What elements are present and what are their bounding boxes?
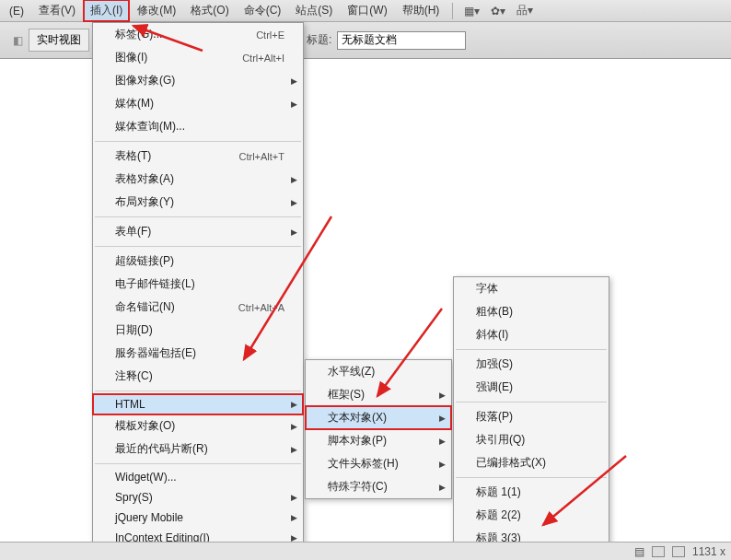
insert-menu-item-13[interactable]: 电子邮件链接(L)	[93, 273, 303, 296]
grid-icon[interactable]: 品▾	[511, 1, 539, 20]
text-submenu-item-5[interactable]: 强调(E)	[454, 376, 609, 399]
status-icon-2[interactable]	[652, 546, 665, 557]
menu-window[interactable]: 窗口(W)	[340, 0, 394, 22]
text-submenu-item-4[interactable]: 加强(S)	[454, 353, 609, 376]
insert-menu-separator	[95, 246, 301, 247]
submenu-arrow-icon: ▶	[291, 422, 297, 431]
html-submenu-item-label: 脚本对象(P)	[328, 433, 387, 449]
text-submenu-item-12[interactable]: 标题 2(2)	[454, 504, 609, 527]
html-submenu-item-2[interactable]: 文本对象(X)▶	[306, 406, 451, 429]
menu-view[interactable]: 查看(V)	[31, 0, 83, 22]
insert-menu-item-21[interactable]: 最近的代码片断(R)▶	[93, 438, 303, 461]
insert-menu-item-16[interactable]: 服务器端包括(E)	[93, 342, 303, 365]
insert-menu-item-10[interactable]: 表单(F)▶	[93, 220, 303, 243]
text-submenu-item-label: 加强(S)	[476, 356, 513, 372]
insert-menu-item-19[interactable]: HTML▶	[93, 394, 303, 414]
menu-command[interactable]: 命令(C)	[237, 0, 289, 22]
insert-menu-dropdown: 标签(G)...Ctrl+E图像(I)Ctrl+Alt+I图像对象(G)▶媒体(…	[92, 22, 304, 560]
insert-menu-separator	[95, 463, 301, 464]
html-submenu-item-4[interactable]: 文件头标签(H)▶	[306, 452, 451, 475]
insert-menu-item-label: 日期(D)	[115, 322, 153, 338]
insert-menu-item-6[interactable]: 表格(T)Ctrl+Alt+T	[93, 145, 303, 168]
submenu-arrow-icon: ▶	[291, 513, 297, 522]
insert-menu-item-20[interactable]: 模板对象(O)▶	[93, 414, 303, 438]
insert-menu-item-label: 电子邮件链接(L)	[115, 276, 195, 292]
submenu-arrow-icon: ▶	[439, 391, 446, 400]
text-submenu-item-0[interactable]: 字体	[454, 277, 609, 300]
text-submenu-item-11[interactable]: 标题 1(1)	[454, 481, 609, 504]
insert-menu-item-label: 表格(T)	[115, 148, 151, 164]
insert-menu-item-label: 图像对象(G)	[115, 73, 175, 88]
html-submenu-item-1[interactable]: 框架(S)▶	[306, 383, 451, 406]
shortcut-text: Ctrl+E	[256, 29, 284, 41]
insert-menu-item-label: 超级链接(P)	[115, 253, 174, 269]
text-object-submenu-dropdown: 字体粗体(B)斜体(I)加强(S)强调(E)段落(P)块引用(Q)已编排格式(X…	[453, 276, 609, 560]
html-submenu-item-label: 文本对象(X)	[328, 410, 387, 426]
insert-menu-item-23[interactable]: Widget(W)...	[93, 467, 303, 487]
insert-menu-item-label: 服务器端包括(E)	[115, 345, 196, 361]
menu-e[interactable]: (E)	[2, 1, 31, 21]
insert-menu-item-8[interactable]: 布局对象(Y)▶	[93, 191, 303, 214]
status-size: 1131 x	[692, 545, 725, 558]
insert-menu-item-label: 注释(C)	[115, 368, 153, 384]
html-submenu-item-5[interactable]: 特殊字符(C)▶	[306, 475, 451, 498]
insert-menu-item-label: 媒体查询(M)...	[115, 119, 185, 134]
status-icon-1[interactable]: ▤	[634, 545, 644, 558]
menu-site[interactable]: 站点(S)	[288, 0, 340, 22]
insert-menu-item-24[interactable]: Spry(S)▶	[93, 487, 303, 508]
insert-menu-item-label: 命名锚记(N)	[115, 299, 175, 315]
text-submenu-item-1[interactable]: 粗体(B)	[454, 300, 609, 323]
submenu-arrow-icon: ▶	[291, 400, 297, 409]
insert-menu-item-15[interactable]: 日期(D)	[93, 319, 303, 342]
html-submenu-item-label: 特殊字符(C)	[328, 479, 388, 495]
html-submenu-item-label: 水平线(Z)	[328, 364, 375, 379]
title-input[interactable]	[337, 31, 466, 50]
insert-menu-item-7[interactable]: 表格对象(A)▶	[93, 168, 303, 191]
insert-menu-item-0[interactable]: 标签(G)...Ctrl+E	[93, 23, 303, 46]
layout-icon[interactable]: ▦▾	[458, 3, 485, 19]
text-submenu-item-label: 标题 1(1)	[476, 484, 521, 500]
text-submenu-separator	[456, 402, 607, 402]
text-submenu-item-9[interactable]: 已编排格式(X)	[454, 451, 609, 474]
submenu-arrow-icon: ▶	[291, 76, 297, 86]
insert-menu-item-2[interactable]: 图像对象(G)▶	[93, 69, 303, 92]
submenu-arrow-icon: ▶	[291, 99, 297, 109]
html-submenu-dropdown: 水平线(Z)框架(S)▶文本对象(X)▶脚本对象(P)▶文件头标签(H)▶特殊字…	[305, 359, 452, 499]
text-submenu-separator	[456, 477, 607, 478]
insert-menu-item-label: 最近的代码片断(R)	[115, 441, 208, 457]
insert-menu-item-label: 表单(F)	[115, 224, 151, 239]
insert-menu-item-label: 标签(G)...	[115, 27, 162, 42]
insert-menu-item-1[interactable]: 图像(I)Ctrl+Alt+I	[93, 46, 303, 69]
menu-modify[interactable]: 修改(M)	[130, 0, 183, 22]
insert-menu-separator	[95, 216, 301, 217]
insert-menu-item-3[interactable]: 媒体(M)▶	[93, 92, 303, 115]
gear-icon[interactable]: ✿▾	[485, 3, 511, 19]
insert-menu-item-12[interactable]: 超级链接(P)	[93, 250, 303, 273]
title-label: 标题:	[307, 32, 331, 48]
menu-format[interactable]: 格式(O)	[183, 0, 236, 22]
submenu-arrow-icon: ▶	[291, 493, 297, 502]
menu-insert[interactable]: 插入(I)	[83, 0, 130, 22]
text-submenu-item-8[interactable]: 块引用(Q)	[454, 428, 609, 451]
status-icon-3[interactable]	[672, 546, 685, 557]
insert-menu-item-14[interactable]: 命名锚记(N)Ctrl+Alt+A	[93, 296, 303, 319]
submenu-arrow-icon: ▶	[439, 460, 446, 469]
text-submenu-item-label: 字体	[476, 281, 498, 297]
text-submenu-item-2[interactable]: 斜体(I)	[454, 323, 609, 346]
insert-menu-item-label: 媒体(M)	[115, 96, 154, 111]
submenu-arrow-icon: ▶	[291, 175, 297, 184]
text-submenu-item-label: 强调(E)	[476, 379, 513, 395]
menu-help[interactable]: 帮助(H)	[395, 0, 447, 22]
insert-menu-item-4[interactable]: 媒体查询(M)...	[93, 115, 303, 138]
html-submenu-item-0[interactable]: 水平线(Z)	[306, 360, 451, 383]
text-submenu-item-label: 已编排格式(X)	[476, 455, 546, 471]
text-submenu-item-7[interactable]: 段落(P)	[454, 405, 609, 428]
insert-menu-item-label: jQuery Mobile	[115, 511, 183, 524]
text-submenu-item-label: 粗体(B)	[476, 304, 513, 320]
text-submenu-item-label: 块引用(Q)	[476, 432, 525, 448]
html-submenu-item-3[interactable]: 脚本对象(P)▶	[306, 429, 451, 452]
insert-menu-item-25[interactable]: jQuery Mobile▶	[93, 508, 303, 528]
shortcut-text: Ctrl+Alt+A	[238, 302, 284, 313]
realtime-view-button[interactable]: 实时视图	[29, 29, 89, 52]
insert-menu-item-17[interactable]: 注释(C)	[93, 365, 303, 388]
